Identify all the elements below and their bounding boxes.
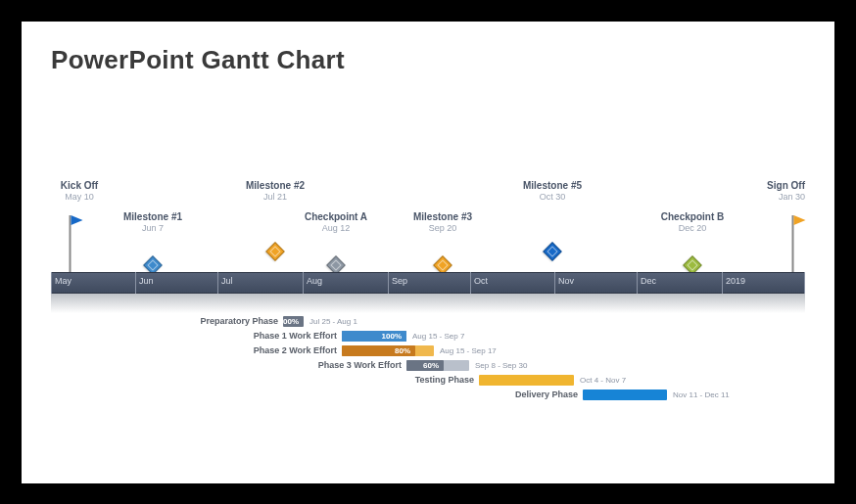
milestone-label: Milestone #1 Jun 7: [123, 211, 182, 234]
milestone-label: Milestone #3 Sep 20: [413, 211, 472, 234]
milestone-name: Milestone #5: [523, 180, 582, 192]
milestone-label: Kick Off May 10: [61, 180, 98, 203]
tick-label: 2019: [726, 276, 745, 286]
milestone-name: Checkpoint A: [305, 211, 367, 223]
tick-label: Aug: [307, 276, 322, 286]
timeline-band: [51, 272, 805, 294]
task-label: Phase 3 Work Effort: [318, 360, 405, 370]
milestone-name: Sign Off: [767, 180, 805, 192]
chart-title: PowerPoint Gantt Chart: [51, 45, 345, 75]
task-range: Oct 4 - Nov 7: [574, 376, 626, 385]
diamond-icon: [543, 242, 562, 261]
diamond-icon: [265, 242, 285, 261]
task-bar: [479, 375, 574, 386]
task-range: Sep 8 - Sep 30: [469, 361, 527, 370]
task-row: Delivery Phase Nov 11 - Dec 11: [51, 389, 805, 403]
task-label: Testing Phase: [415, 375, 478, 385]
tick-label: Nov: [558, 276, 574, 286]
milestone-label: Checkpoint B Dec 20: [661, 211, 724, 234]
task-range: Aug 15 - Sep 17: [434, 346, 497, 355]
tick-label: Jun: [139, 276, 154, 286]
milestone-date: Jul 21: [246, 192, 305, 203]
tick-label: May: [55, 276, 71, 286]
tick-label: Oct: [474, 276, 488, 286]
milestone-date: Sep 20: [413, 223, 472, 234]
milestone-label: Checkpoint A Aug 12: [305, 211, 367, 234]
task-label: Phase 1 Work Effort: [254, 331, 341, 341]
milestone-name: Kick Off: [61, 180, 98, 192]
flag-icon: [792, 215, 795, 272]
milestone-date: May 10: [61, 192, 98, 203]
milestone-date: Jan 30: [767, 192, 805, 203]
tick-label: Dec: [641, 276, 656, 286]
task-row: Phase 3 Work Effort 60% Sep 8 - Sep 30: [51, 359, 805, 374]
milestone-label: Milestone #2 Jul 21: [246, 180, 305, 203]
milestone-date: Jun 7: [123, 223, 182, 234]
task-bar: [583, 389, 667, 400]
milestone-name: Milestone #3: [413, 211, 472, 223]
task-range: Aug 15 - Sep 7: [406, 332, 464, 341]
task-range: Nov 11 - Dec 11: [667, 390, 730, 399]
milestone-date: Oct 30: [523, 192, 582, 203]
milestone-name: Checkpoint B: [661, 211, 724, 223]
task-row: Testing Phase Oct 4 - Nov 7: [51, 374, 805, 389]
task-row: Preparatory Phase 100% Jul 25 - Aug 1: [51, 315, 805, 330]
milestone-label: Sign Off Jan 30: [767, 180, 805, 203]
gantt-canvas: Kick Off May 10 Milestone #2 Jul 21 Mile…: [51, 180, 805, 464]
milestone-name: Milestone #2: [246, 180, 305, 192]
tick-label: Jul: [221, 276, 233, 286]
slide: PowerPoint Gantt Chart Kick Off May 10 M…: [22, 22, 834, 483]
milestone-label: Milestone #5 Oct 30: [523, 180, 582, 203]
task-range: Jul 25 - Aug 1: [304, 317, 357, 326]
task-label: Preparatory Phase: [200, 316, 282, 326]
task-row: Phase 2 Work Effort 80% Aug 15 - Sep 17: [51, 344, 805, 359]
flag-icon: [70, 215, 72, 272]
milestone-name: Milestone #1: [123, 211, 182, 223]
milestone-date: Dec 20: [661, 223, 724, 234]
task-row: Phase 1 Work Effort 100% Aug 15 - Sep 7: [51, 330, 805, 344]
task-label: Delivery Phase: [515, 389, 582, 399]
timeline-shadow: [51, 294, 805, 313]
milestone-date: Aug 12: [305, 223, 367, 234]
task-label: Phase 2 Work Effort: [254, 345, 341, 355]
tick-label: Sep: [392, 276, 407, 286]
